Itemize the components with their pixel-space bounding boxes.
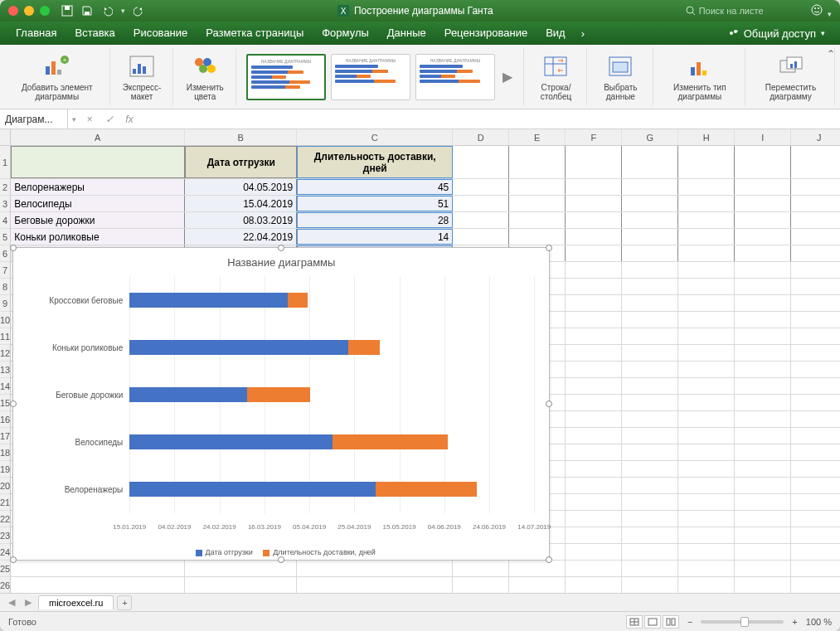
cell[interactable] [735,196,791,211]
row-header[interactable]: 16 [0,411,10,428]
cell[interactable] [622,561,678,576]
cell[interactable] [678,212,735,228]
bar-series-1[interactable] [129,434,333,449]
cell[interactable] [735,511,791,527]
fx-icon[interactable]: fx [119,114,139,125]
col-header[interactable]: G [622,129,678,145]
cell[interactable] [622,478,678,493]
cell[interactable]: 08.03.2019 [185,212,297,228]
cell[interactable] [509,229,566,245]
row-header[interactable]: 13 [0,362,10,378]
cell[interactable] [735,561,791,576]
tab-draw[interactable]: Рисование [124,22,197,45]
cell[interactable] [566,527,622,543]
cell[interactable] [678,345,735,361]
cell[interactable] [622,428,678,444]
cell[interactable] [622,577,678,593]
tabs-more-icon[interactable]: › [575,27,591,40]
select-data-button[interactable]: Выбрать данные [589,48,653,105]
cell[interactable] [678,196,735,211]
cell[interactable] [622,411,678,427]
select-all-corner[interactable] [0,129,10,146]
cell[interactable] [791,444,840,460]
row-header[interactable]: 11 [0,328,10,345]
cell[interactable] [791,279,840,294]
cell[interactable] [678,428,735,444]
save-icon[interactable] [81,5,93,17]
cell[interactable] [678,577,735,593]
cell[interactable] [735,229,791,245]
cell[interactable] [622,245,678,261]
cell[interactable] [566,146,622,178]
cell[interactable] [678,328,735,344]
search-input[interactable] [699,6,799,16]
cell[interactable] [566,245,622,261]
minimize-icon[interactable] [24,6,34,16]
zoom-in-button[interactable]: + [792,617,797,627]
row-header[interactable]: 22 [0,511,10,527]
cell[interactable] [622,345,678,361]
cell[interactable] [678,362,735,377]
cell[interactable]: Дата отгрузки [185,146,297,178]
cell[interactable] [566,179,622,195]
cell[interactable] [791,262,840,278]
chart-style-1[interactable]: НАЗВАНИЕ ДИАГРАММЫ [246,54,326,100]
col-header[interactable]: J [791,129,840,145]
cell[interactable] [678,478,735,493]
cell[interactable] [11,561,185,576]
row-header[interactable]: 9 [0,295,10,312]
cell[interactable] [735,577,791,593]
chart-legend[interactable]: Дата отгрузки Длительность доставки, дне… [13,548,549,556]
cell[interactable] [735,262,791,278]
tab-formulas[interactable]: Формулы [313,22,378,45]
row-header[interactable]: 8 [0,279,10,295]
cell[interactable] [11,577,185,593]
cell[interactable] [622,362,678,377]
cell[interactable] [566,362,622,377]
bar-series-2[interactable] [376,482,478,497]
cell[interactable] [566,411,622,427]
cell[interactable] [566,345,622,361]
row-header[interactable]: 23 [0,527,10,544]
tab-data[interactable]: Данные [378,22,435,45]
cell[interactable] [509,196,566,211]
cell[interactable] [678,279,735,294]
cell[interactable] [453,196,509,211]
cell[interactable]: 14 [297,229,453,245]
col-header[interactable]: H [678,129,735,145]
tab-layout[interactable]: Разметка страницы [197,22,313,45]
cell[interactable]: 45 [297,179,453,195]
cell[interactable] [453,561,509,576]
cell[interactable] [453,146,509,178]
bar-series-1[interactable] [129,293,288,308]
cell[interactable]: Велоренажеры [11,179,185,195]
search-box[interactable] [686,6,799,16]
cell[interactable] [735,279,791,294]
worksheet-grid[interactable]: 1 2 3 4 5 6 7 8 9 10 11 12 13 14 15 16 1… [0,129,840,593]
change-chart-type-button[interactable]: Изменить тип диаграммы [655,48,745,105]
cell[interactable] [453,179,509,195]
row-header[interactable]: 19 [0,461,10,478]
cell[interactable] [791,577,840,593]
cell[interactable] [566,494,622,510]
col-header[interactable]: C [297,129,453,145]
cell[interactable] [791,494,840,510]
cell[interactable] [791,511,840,527]
cell[interactable]: Длительность доставки, дней [297,146,453,178]
cell[interactable] [735,478,791,493]
cell[interactable] [566,428,622,444]
cell[interactable] [678,262,735,278]
cell[interactable] [509,577,566,593]
cell[interactable] [735,212,791,228]
cell[interactable] [566,561,622,576]
zoom-slider[interactable] [701,620,784,624]
cell[interactable] [566,444,622,460]
row-header[interactable]: 25 [0,561,10,577]
view-page-layout-icon[interactable] [644,615,661,629]
bar-series-1[interactable] [129,340,348,355]
cell[interactable] [509,561,566,576]
cell[interactable] [735,362,791,377]
redo-icon[interactable] [134,5,145,17]
cell[interactable] [566,577,622,593]
cell[interactable] [566,378,622,394]
